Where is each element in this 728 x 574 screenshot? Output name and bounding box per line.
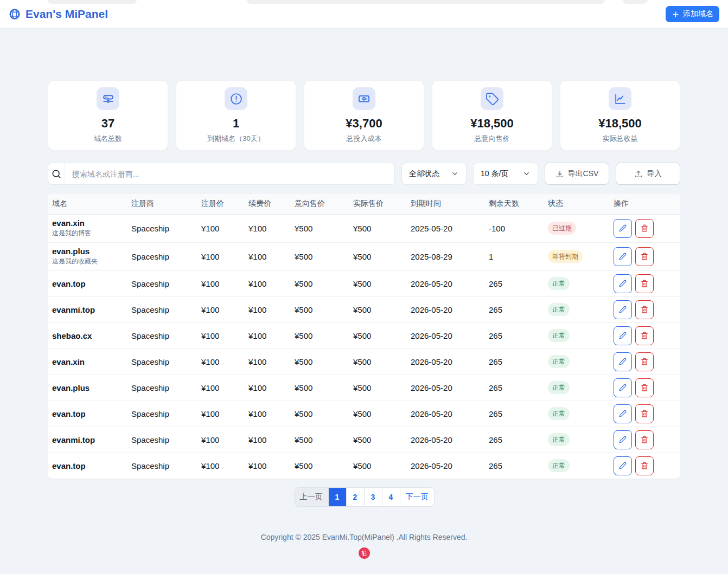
registrar-cell: Spaceship bbox=[127, 453, 197, 479]
stat-label: 到期域名（30天） bbox=[207, 134, 264, 144]
browser-artifact bbox=[247, 0, 605, 4]
pagination-page-1[interactable]: 1 bbox=[328, 488, 346, 506]
domain-cell: evan.xin这是我的博客 bbox=[48, 214, 127, 242]
export-csv-button[interactable]: 导出CSV bbox=[545, 163, 609, 185]
stat-card: ¥18,500总意向售价 bbox=[432, 80, 552, 151]
delete-button[interactable] bbox=[635, 352, 654, 371]
edit-button[interactable] bbox=[614, 378, 632, 397]
column-header: 注册商 bbox=[127, 194, 197, 214]
status-cell: 正常 bbox=[544, 401, 609, 427]
edit-button[interactable] bbox=[614, 219, 632, 238]
domain-name: evanmi.top bbox=[52, 435, 127, 444]
days-left-cell: 265 bbox=[484, 427, 544, 453]
delete-button[interactable] bbox=[635, 274, 654, 293]
domain-cell: evan.top bbox=[48, 453, 127, 479]
pagination-page-3[interactable]: 3 bbox=[364, 488, 382, 506]
table-row: evanmi.topSpaceship¥100¥100¥500¥5002026-… bbox=[48, 427, 680, 453]
edit-button[interactable] bbox=[614, 430, 632, 449]
status-badge: 正常 bbox=[548, 303, 570, 316]
days-left-cell: 1 bbox=[484, 242, 544, 270]
actions-cell bbox=[609, 349, 680, 375]
edit-button[interactable] bbox=[614, 300, 632, 319]
stat-value: 37 bbox=[101, 117, 114, 131]
actions-cell bbox=[609, 453, 680, 479]
delete-button[interactable] bbox=[635, 430, 654, 449]
delete-button[interactable] bbox=[635, 300, 654, 319]
stat-label: 总意向售价 bbox=[475, 134, 510, 144]
sold-price-cell: ¥500 bbox=[349, 401, 406, 427]
edit-button[interactable] bbox=[614, 326, 632, 345]
expire-date-cell: 2025-08-29 bbox=[406, 242, 484, 270]
column-header: 注册价 bbox=[197, 194, 244, 214]
reg-price-cell: ¥100 bbox=[197, 323, 244, 349]
status-cell: 即将到期 bbox=[544, 242, 609, 270]
pagination-page-4[interactable]: 4 bbox=[382, 488, 400, 506]
ask-price-cell: ¥500 bbox=[290, 296, 349, 323]
chart-icon bbox=[609, 87, 631, 110]
sold-price-cell: ¥500 bbox=[349, 270, 406, 296]
days-left-cell: -100 bbox=[484, 214, 544, 242]
domain-cell: evanmi.top bbox=[48, 427, 127, 453]
reg-price-cell: ¥100 bbox=[197, 427, 244, 453]
actions-cell bbox=[609, 270, 680, 296]
delete-button[interactable] bbox=[635, 456, 654, 475]
table-row: evan.plus这是我的收藏夹Spaceship¥100¥100¥500¥50… bbox=[48, 242, 680, 270]
reg-price-cell: ¥100 bbox=[197, 214, 244, 242]
pagination-page-2[interactable]: 2 bbox=[346, 488, 364, 506]
actions-cell bbox=[609, 401, 680, 427]
status-badge: 正常 bbox=[548, 433, 570, 446]
edit-button[interactable] bbox=[614, 274, 632, 293]
browser-artifact bbox=[48, 0, 137, 4]
expire-date-cell: 2026-05-20 bbox=[406, 349, 484, 375]
column-header: 到期时间 bbox=[406, 194, 484, 214]
sold-price-cell: ¥500 bbox=[349, 323, 406, 349]
status-cell: 正常 bbox=[544, 296, 609, 323]
delete-button[interactable] bbox=[635, 219, 654, 238]
days-left-cell: 265 bbox=[484, 296, 544, 323]
delete-button[interactable] bbox=[635, 247, 654, 266]
reg-price-cell: ¥100 bbox=[197, 242, 244, 270]
chevron-down-icon bbox=[451, 170, 459, 178]
days-left-cell: 265 bbox=[484, 349, 544, 375]
edit-button[interactable] bbox=[614, 352, 632, 371]
edit-button[interactable] bbox=[614, 404, 632, 423]
domain-name: evan.plus bbox=[52, 247, 127, 256]
domain-note: 这是我的收藏夹 bbox=[52, 257, 127, 266]
delete-button[interactable] bbox=[635, 326, 654, 345]
stat-card: ¥18,500实际总收益 bbox=[560, 80, 680, 151]
actions-cell bbox=[609, 214, 680, 242]
renew-price-cell: ¥100 bbox=[244, 453, 290, 479]
footer-logo-icon[interactable]: E bbox=[357, 547, 371, 560]
page-size-select[interactable]: 10 条/页 bbox=[473, 163, 538, 185]
domain-note: 这是我的博客 bbox=[52, 229, 127, 238]
pagination: 上一页1234下一页 bbox=[48, 487, 680, 507]
edit-button[interactable] bbox=[614, 247, 632, 266]
registrar-cell: Spaceship bbox=[127, 214, 197, 242]
domain-cell: evan.top bbox=[48, 401, 127, 427]
sold-price-cell: ¥500 bbox=[349, 349, 406, 375]
table-row: evan.topSpaceship¥100¥100¥500¥5002026-05… bbox=[48, 270, 680, 296]
stat-card: 1到期域名（30天） bbox=[176, 80, 296, 151]
ask-price-cell: ¥500 bbox=[290, 242, 349, 270]
days-left-cell: 265 bbox=[484, 375, 544, 401]
pagination-prev[interactable]: 上一页 bbox=[295, 488, 328, 506]
header: Evan's MiPanel 添加域名 bbox=[0, 0, 728, 29]
pagination-next[interactable]: 下一页 bbox=[400, 488, 434, 506]
edit-button[interactable] bbox=[614, 456, 632, 475]
delete-button[interactable] bbox=[635, 404, 654, 423]
add-domain-button[interactable]: 添加域名 bbox=[666, 6, 719, 22]
server-icon bbox=[97, 87, 119, 110]
expire-date-cell: 2026-05-20 bbox=[406, 296, 484, 323]
status-cell: 正常 bbox=[544, 349, 609, 375]
actions-cell bbox=[609, 323, 680, 349]
status-select[interactable]: 全部状态 bbox=[401, 163, 467, 185]
delete-button[interactable] bbox=[635, 378, 654, 397]
import-button[interactable]: 导入 bbox=[616, 163, 680, 185]
search-input[interactable] bbox=[65, 163, 394, 184]
renew-price-cell: ¥100 bbox=[244, 296, 290, 323]
stat-card: ¥3,700总投入成本 bbox=[304, 80, 424, 151]
status-cell: 正常 bbox=[544, 375, 609, 401]
actions-cell bbox=[609, 242, 680, 270]
column-header: 状态 bbox=[544, 194, 609, 214]
renew-price-cell: ¥100 bbox=[244, 323, 290, 349]
